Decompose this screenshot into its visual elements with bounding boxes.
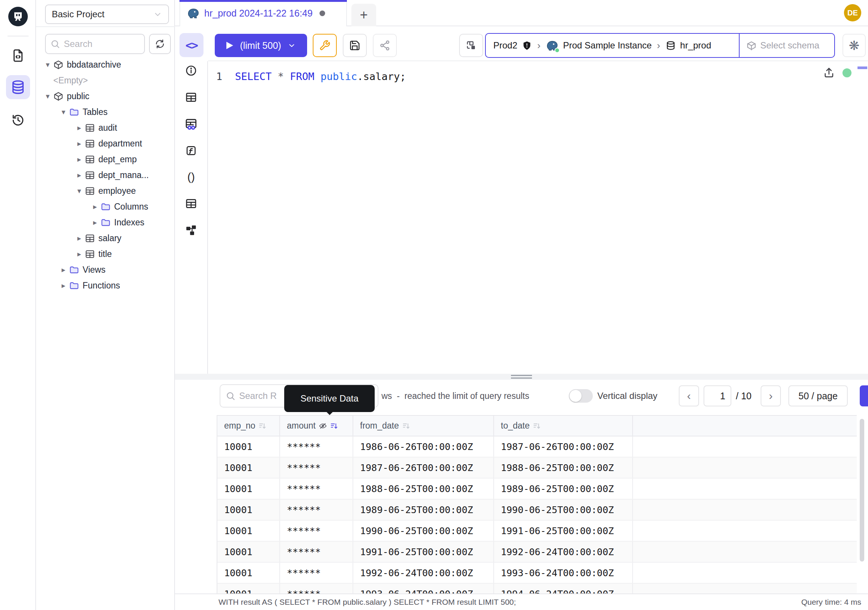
- table-cell: 1988-06-25T00:00:00Z: [353, 478, 494, 499]
- sort-icon[interactable]: [258, 422, 267, 430]
- ai-assistant-button[interactable]: ❋: [842, 34, 866, 57]
- tree-item-audit[interactable]: ▸audit: [36, 120, 175, 136]
- share-icon: [379, 40, 391, 51]
- tree-item-employee[interactable]: ▾employee: [36, 183, 175, 199]
- sort-icon[interactable]: [533, 422, 541, 430]
- tree-item-public[interactable]: ▾public: [36, 88, 175, 104]
- tree-item-views[interactable]: ▸Views: [36, 262, 175, 278]
- connection-scope[interactable]: Prod2 › Prod Sample Instance › hr_prod: [486, 34, 739, 57]
- column-header-emp_no[interactable]: emp_no: [217, 416, 280, 436]
- tree-caret-icon[interactable]: ▸: [74, 155, 85, 164]
- tree-caret-icon[interactable]: ▸: [58, 265, 69, 274]
- tree-caret-icon[interactable]: ▾: [42, 92, 53, 101]
- tree-item-label: Indexes: [114, 217, 144, 228]
- table-cell: 1986-06-26T00:00:00Z: [353, 436, 494, 457]
- batch-query-button[interactable]: [459, 34, 483, 57]
- tree-item-dept-emp[interactable]: ▸dept_emp: [36, 151, 175, 167]
- avatar[interactable]: DE: [844, 4, 861, 22]
- folder-icon: [69, 281, 79, 291]
- save-button[interactable]: [343, 34, 367, 57]
- page-size-select[interactable]: 50 / page: [788, 385, 848, 407]
- executed-query-text: WITH result AS ( SELECT * FROM public.sa…: [219, 598, 516, 607]
- tree-item-label: employee: [98, 186, 136, 196]
- worksheet-icon[interactable]: [6, 43, 30, 68]
- tree-item-department[interactable]: ▸department: [36, 136, 175, 151]
- table-panel-icon[interactable]: [185, 91, 197, 103]
- tree-search-input[interactable]: [64, 39, 132, 49]
- schema-diagram-icon[interactable]: [185, 224, 197, 236]
- tree-item-indexes[interactable]: ▸Indexes: [36, 214, 175, 230]
- share-button[interactable]: [373, 34, 397, 57]
- table-cell: [633, 500, 857, 520]
- tree-caret-icon[interactable]: ▸: [89, 202, 101, 211]
- result-table: emp_noamountfrom_dateto_date 10001******…: [217, 415, 857, 593]
- sort-icon[interactable]: [402, 422, 410, 430]
- column-header-amount[interactable]: amount: [280, 416, 353, 436]
- function-icon[interactable]: [185, 144, 197, 157]
- tree-caret-icon[interactable]: ▸: [58, 281, 69, 290]
- tree-item-title[interactable]: ▸title: [36, 246, 175, 262]
- column-header-to_date[interactable]: to_date: [494, 416, 633, 436]
- tree-caret-icon[interactable]: ▸: [74, 123, 85, 132]
- tree-item--empty-[interactable]: <Empty>: [36, 73, 175, 88]
- tree-item-salary[interactable]: ▸salary: [36, 230, 175, 246]
- column-header-from_date[interactable]: from_date: [353, 416, 494, 436]
- tree-item-dept-mana-[interactable]: ▸dept_mana...: [36, 167, 175, 183]
- upload-sql-icon[interactable]: [823, 67, 835, 79]
- panel-resize-handle[interactable]: [175, 374, 868, 380]
- tree-caret-icon[interactable]: ▸: [74, 250, 85, 258]
- table-cell: [633, 436, 857, 457]
- prev-page-button[interactable]: ‹: [679, 385, 699, 407]
- tree-item-label: dept_emp: [98, 154, 136, 165]
- tree-item-columns[interactable]: ▸Columns: [36, 199, 175, 214]
- table-cell: ******: [280, 542, 353, 562]
- tree-caret-icon[interactable]: ▾: [42, 60, 53, 69]
- tree-item-tables[interactable]: ▾Tables: [36, 104, 175, 120]
- left-rail: [0, 0, 36, 610]
- run-query-button[interactable]: (limit 500): [215, 34, 307, 57]
- page-number-input[interactable]: 1: [704, 385, 732, 407]
- editor-panel-toggle[interactable]: <>: [180, 33, 203, 57]
- tree-caret-icon[interactable]: ▸: [74, 139, 85, 148]
- table-icon: [85, 249, 95, 259]
- next-page-button[interactable]: ›: [761, 385, 781, 407]
- tree-item-bbdataarchive[interactable]: ▾bbdataarchive: [36, 57, 175, 73]
- database-icon[interactable]: [6, 75, 30, 99]
- database-icon: [666, 40, 676, 51]
- result-scrollbar-thumb[interactable]: [860, 419, 864, 562]
- sort-icon[interactable]: [330, 422, 338, 430]
- editor-overview-mark: [857, 67, 867, 69]
- refresh-button[interactable]: [149, 34, 171, 54]
- connection-breadcrumb: Prod2 › Prod Sample Instance › hr_prod S…: [485, 33, 835, 58]
- new-tab-button[interactable]: +: [352, 4, 376, 26]
- history-icon[interactable]: [6, 108, 30, 132]
- tree-caret-icon[interactable]: ▸: [74, 171, 85, 180]
- table-schema-icon[interactable]: [185, 197, 197, 210]
- select-schema[interactable]: Select schema: [739, 34, 834, 57]
- masked-table-icon[interactable]: [185, 118, 197, 131]
- table-cell: 1992-06-24T00:00:00Z: [353, 563, 494, 583]
- table-row: 10001******1989-06-25T00:00:00Z1990-06-2…: [217, 500, 857, 521]
- environment-label: Prod2: [493, 40, 517, 51]
- sql-editor[interactable]: 1 SELECT * FROM public.salary;: [209, 61, 868, 374]
- parentheses-icon[interactable]: (): [188, 171, 195, 183]
- tab-hr-prod[interactable]: hr_prod 2024-11-22 16:49: [180, 0, 347, 26]
- info-icon[interactable]: [185, 65, 197, 77]
- vertical-display-toggle[interactable]: [569, 389, 593, 403]
- export-button-clipped[interactable]: [860, 385, 868, 407]
- table-cell: [633, 478, 857, 499]
- play-icon: [226, 41, 234, 50]
- tree-caret-icon[interactable]: ▸: [74, 234, 85, 243]
- tree-caret-icon[interactable]: ▾: [58, 107, 69, 116]
- result-table-header: emp_noamountfrom_dateto_date: [217, 415, 857, 436]
- tree-caret-icon[interactable]: ▸: [89, 218, 101, 227]
- bytebase-logo[interactable]: [8, 7, 28, 26]
- connection-ready-dot: [842, 68, 851, 78]
- table-icon: [85, 154, 95, 165]
- tree-item-functions[interactable]: ▸Functions: [36, 278, 175, 293]
- eye-off-icon[interactable]: [319, 422, 327, 430]
- project-select[interactable]: Basic Project: [45, 5, 169, 24]
- table-cell: 1992-06-24T00:00:00Z: [494, 542, 633, 562]
- tree-caret-icon[interactable]: ▾: [74, 186, 85, 195]
- format-wrench-button[interactable]: [313, 34, 337, 57]
